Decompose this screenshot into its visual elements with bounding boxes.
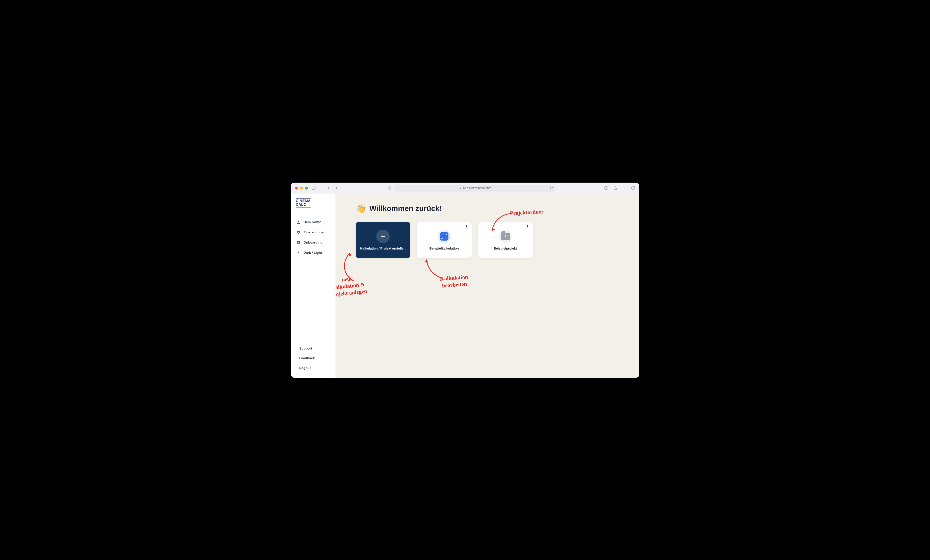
moon-icon	[296, 251, 300, 255]
annotation-arrow-calc	[422, 258, 449, 280]
sidebar-toggle-icon[interactable]	[311, 186, 316, 190]
window-minimize-button[interactable]	[300, 186, 303, 189]
page-title: 👋 Willkommen zurück!	[356, 203, 619, 214]
logo: CINEMA CALC	[291, 194, 336, 210]
sidebar-nav-bottom: ? Support Feedback Logout	[291, 344, 336, 378]
browser-window: app.cinemacalc.com CINEMA CAL	[291, 183, 639, 378]
app-frame: CINEMA CALC Dein Konto Einstellungen Onb…	[291, 194, 639, 378]
address-text: app.cinemacalc.com	[463, 186, 491, 190]
sidebar: CINEMA CALC Dein Konto Einstellungen Onb…	[291, 194, 336, 378]
create-card-title: Kalkulation / Projekt erstellen	[360, 246, 405, 250]
svg-point-14	[527, 225, 528, 226]
create-card[interactable]: Kalkulation / Projekt erstellen	[356, 222, 410, 258]
project-card-title: Beispielprojekt	[494, 246, 517, 250]
annotation-create: neue Kalkulation & Projekt anlegen	[336, 274, 367, 298]
svg-rect-0	[312, 186, 315, 189]
calculator-icon: −×+=	[437, 229, 451, 243]
gear-icon	[296, 230, 300, 234]
sidebar-item-label: Dark / Light	[303, 251, 322, 254]
folder-icon: 3	[499, 229, 512, 243]
play-icon	[296, 240, 300, 245]
sidebar-item-feedback[interactable]: Feedback	[293, 354, 334, 363]
downloads-icon[interactable]	[604, 186, 608, 190]
tab-dropdown-icon[interactable]	[319, 186, 323, 190]
sidebar-item-onboarding[interactable]: Onboarding	[293, 238, 334, 247]
share-icon[interactable]	[613, 186, 617, 190]
new-tab-icon[interactable]	[622, 186, 627, 190]
wave-emoji: 👋	[356, 203, 366, 214]
svg-point-11	[466, 225, 467, 226]
card-menu-icon[interactable]	[464, 225, 469, 229]
lock-icon	[459, 187, 462, 189]
sidebar-item-settings[interactable]: Einstellungen	[293, 228, 334, 237]
svg-rect-3	[631, 187, 634, 189]
main-content: 👋 Willkommen zurück! Kalkulation / Proje…	[336, 194, 639, 378]
sidebar-item-label: Dein Konto	[303, 220, 322, 224]
traffic-lights	[295, 186, 308, 189]
svg-point-12	[466, 226, 467, 227]
svg-point-4	[298, 221, 299, 222]
user-icon	[296, 220, 300, 224]
forward-button[interactable]	[334, 186, 339, 190]
calculation-card[interactable]: −×+= Beispielkalkulation	[417, 222, 471, 258]
shield-icon[interactable]	[387, 186, 392, 190]
sidebar-item-label: Feedback	[299, 356, 315, 360]
calculation-card-title: Beispielkalkulation	[430, 246, 459, 250]
project-card[interactable]: 3 Beispielprojekt	[478, 222, 533, 258]
svg-point-15	[527, 226, 528, 227]
heading-text: Willkommen zurück!	[370, 204, 442, 213]
sidebar-item-support[interactable]: ? Support	[293, 344, 334, 353]
window-close-button[interactable]	[295, 186, 298, 189]
logo-line-1: CINEMA	[296, 199, 311, 203]
svg-point-16	[527, 228, 528, 228]
reload-icon[interactable]	[550, 186, 553, 190]
folder-count: 3	[505, 235, 506, 238]
address-bar[interactable]: app.cinemacalc.com	[395, 185, 555, 192]
sidebar-item-theme-toggle[interactable]: Dark / Light	[293, 248, 334, 257]
window-fullscreen-button[interactable]	[305, 186, 308, 189]
tabs-overview-icon[interactable]	[631, 186, 635, 190]
sidebar-item-label: Logout	[299, 366, 311, 370]
back-button[interactable]	[326, 186, 331, 190]
sidebar-item-label: Einstellungen	[303, 230, 326, 234]
plus-icon	[376, 229, 390, 243]
sidebar-item-logout[interactable]: Logout	[293, 363, 334, 372]
annotation-calc: Kalkulation bearbeiten	[440, 274, 469, 289]
sidebar-item-account[interactable]: Dein Konto	[293, 217, 334, 227]
cards-row: Kalkulation / Projekt erstellen −×+= Bei…	[356, 222, 619, 258]
browser-toolbar: app.cinemacalc.com	[291, 183, 639, 194]
sidebar-nav: Dein Konto Einstellungen Onboarding Dark…	[291, 210, 336, 257]
sidebar-item-label: Onboarding	[303, 241, 323, 244]
card-menu-icon[interactable]	[525, 225, 530, 229]
logo-line-2: CALC	[296, 203, 306, 206]
svg-point-13	[466, 228, 467, 228]
sidebar-item-label: Support	[299, 346, 312, 350]
